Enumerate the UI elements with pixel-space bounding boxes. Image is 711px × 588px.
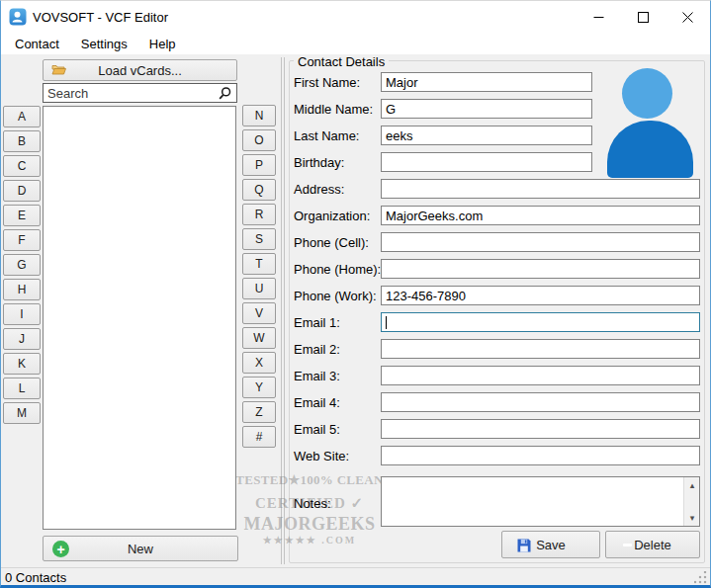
email-1-field[interactable] [381, 312, 700, 332]
letter-button-a[interactable]: A [3, 106, 41, 127]
notes-textarea[interactable]: ▴ ▾ [381, 476, 700, 527]
first-name-field[interactable]: Major [381, 72, 592, 92]
text-caret [386, 316, 387, 329]
letter-button-u[interactable]: U [242, 278, 276, 299]
address-field[interactable] [381, 179, 700, 199]
last-name-field[interactable]: eeks [381, 126, 592, 145]
avatar-head-icon [622, 68, 672, 119]
avatar-body-icon [607, 121, 693, 178]
panel-splitter[interactable] [281, 57, 285, 564]
letter-button-h[interactable]: H [3, 279, 41, 300]
letter-button-i[interactable]: I [3, 303, 41, 325]
letter-button-x[interactable]: X [242, 352, 276, 374]
notes-label: Notes: [294, 496, 331, 511]
letter-button-k[interactable]: K [3, 353, 41, 375]
field-label-email-5: Email 5: [294, 422, 340, 437]
phone-work-field[interactable]: 123-456-7890 [381, 286, 700, 305]
phone-cell-field[interactable] [381, 232, 700, 252]
field-label-email-3: Email 3: [294, 369, 340, 383]
load-vcards-label: Load vCards... [98, 63, 182, 78]
letter-button-e[interactable]: E [3, 205, 41, 226]
letter-button-l[interactable]: L [3, 378, 41, 399]
web-site-field[interactable] [381, 446, 700, 465]
title-bar[interactable]: VOVSOFT - VCF Editor [1, 1, 710, 33]
email-3-field[interactable] [381, 366, 700, 385]
email-5-field[interactable] [381, 419, 700, 439]
contact-count: 0 Contacts [5, 570, 66, 585]
field-label-birthday: Birthday: [294, 155, 344, 170]
letter-button-q[interactable]: Q [242, 179, 276, 201]
contact-details-title: Contact Details [294, 54, 389, 69]
letter-button-z[interactable]: Z [242, 401, 276, 423]
field-label-email-2: Email 2: [294, 342, 340, 357]
letter-button-r[interactable]: R [242, 204, 276, 225]
load-vcards-button[interactable]: Load vCards... [43, 59, 237, 81]
phone-home-field[interactable] [381, 259, 700, 279]
email-4-field[interactable] [381, 392, 700, 412]
scroll-up-icon[interactable]: ▴ [684, 477, 700, 493]
open-folder-icon [51, 63, 66, 79]
birthday-field[interactable] [381, 152, 592, 172]
letter-button-g[interactable]: G [3, 254, 41, 276]
letter-button-c[interactable]: C [3, 155, 41, 177]
maximize-button[interactable] [621, 1, 666, 33]
save-floppy-icon [516, 538, 532, 556]
delete-label: Delete [634, 538, 671, 552]
field-label-organization: Organization: [294, 209, 370, 223]
scroll-down-icon[interactable]: ▾ [684, 510, 700, 526]
field-label-email-4: Email 4: [294, 395, 340, 410]
letter-button-b[interactable]: B [3, 130, 41, 152]
letter-button-n[interactable]: N [242, 105, 276, 126]
letter-button-j[interactable]: J [3, 328, 41, 350]
letter-button-hash[interactable]: # [242, 426, 276, 448]
plus-icon: + [52, 541, 69, 557]
field-label-email-1: Email 1: [294, 315, 340, 330]
menu-bar: ContactSettingsHelp [1, 33, 710, 54]
organization-field[interactable]: MajorGeeks.com [381, 206, 700, 225]
app-window: VOVSOFT - VCF Editor ContactSettingsHelp… [0, 0, 711, 588]
letter-button-o[interactable]: O [242, 129, 276, 151]
letter-button-m[interactable]: M [3, 402, 41, 424]
app-logo-icon [9, 8, 27, 26]
letter-button-f[interactable]: F [3, 229, 41, 251]
save-label: Save [536, 538, 566, 552]
letter-button-v[interactable]: V [242, 302, 276, 324]
field-label-web-site: Web Site: [294, 449, 349, 463]
letter-button-s[interactable]: S [242, 228, 276, 250]
menu-item-help[interactable]: Help [138, 34, 187, 54]
notes-scrollbar[interactable]: ▴ ▾ [683, 477, 699, 526]
menu-item-contact[interactable]: Contact [4, 34, 70, 54]
search-placeholder: Search [47, 86, 88, 101]
field-label-last-name: Last Name: [294, 128, 359, 143]
letter-button-d[interactable]: D [3, 180, 41, 202]
resize-grip[interactable] [694, 571, 707, 584]
letter-button-w[interactable]: W [242, 327, 276, 349]
contact-list[interactable] [43, 106, 236, 530]
minimize-button[interactable] [577, 1, 621, 33]
field-label-phone-home: Phone (Home): [294, 262, 381, 277]
field-label-phone-work: Phone (Work): [294, 289, 377, 303]
save-button[interactable]: Save [501, 531, 600, 558]
close-button[interactable] [666, 1, 710, 33]
field-label-middle-name: Middle Name: [294, 102, 373, 117]
new-contact-button[interactable]: + New [43, 536, 238, 561]
menu-item-settings[interactable]: Settings [70, 34, 138, 54]
status-bar: 0 Contacts [1, 567, 710, 586]
search-input[interactable]: Search [43, 83, 237, 103]
letter-button-p[interactable]: P [242, 154, 276, 176]
new-contact-label: New [128, 542, 153, 556]
contact-photo-placeholder [607, 66, 694, 178]
letter-button-y[interactable]: Y [242, 377, 276, 398]
letter-button-t[interactable]: T [242, 253, 276, 275]
middle-name-field[interactable]: G [381, 99, 592, 119]
window-title: VOVSOFT - VCF Editor [33, 10, 168, 25]
delete-button[interactable]: Delete [605, 531, 700, 558]
search-icon[interactable] [218, 86, 232, 104]
field-label-first-name: First Name: [294, 75, 360, 90]
email-2-field[interactable] [381, 339, 700, 359]
field-label-phone-cell: Phone (Cell): [294, 235, 369, 250]
field-label-address: Address: [294, 182, 344, 197]
